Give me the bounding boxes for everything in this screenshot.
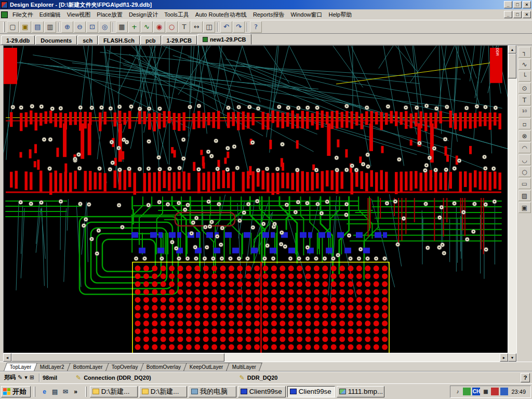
quick-launch-grip[interactable] <box>34 387 35 397</box>
menu-window[interactable]: Window窗口 <box>287 10 325 20</box>
tab-sch[interactable]: sch <box>77 35 98 45</box>
layer-tab-topoverlay[interactable]: TopOverlay <box>105 363 144 371</box>
status-help-button[interactable]: ? <box>521 373 530 382</box>
scroll-left-icon[interactable]: ◄ <box>3 353 11 362</box>
open-icon[interactable]: ▣ <box>19 21 31 33</box>
pcb-canvas[interactable]: DDR <box>4 46 508 353</box>
menu-place[interactable]: Place放置 <box>94 10 126 20</box>
string-icon[interactable]: T <box>178 21 190 33</box>
horizontal-scrollbar[interactable]: ◄ ► <box>3 353 508 362</box>
scroll-right-icon[interactable]: ► <box>500 353 508 362</box>
select-icon[interactable]: ▦ <box>116 21 128 33</box>
component-icon[interactable]: ◫ <box>203 21 215 33</box>
vertical-scrollbar[interactable]: ▲ ▼ <box>508 45 516 362</box>
layer-tab-bottomlayer[interactable]: BottomLayer <box>67 363 109 371</box>
menu-help[interactable]: Help帮助 <box>326 10 355 20</box>
dimension-place-icon[interactable]: ¹⁰ <box>518 107 531 117</box>
more-icon[interactable]: » <box>71 387 81 396</box>
task-button[interactable]: 1111.bmp... <box>337 386 384 397</box>
polygon-icon[interactable]: ⊗ <box>518 130 531 141</box>
pad-icon[interactable]: ◉ <box>153 21 165 33</box>
full-circle-icon[interactable]: ○ <box>518 166 531 177</box>
redo-icon[interactable]: ↷ <box>233 21 245 33</box>
string-place-icon[interactable]: T <box>518 95 531 105</box>
task-button[interactable]: D:\新建... <box>139 386 187 397</box>
ime-pen-icon[interactable]: ✎ <box>18 374 22 381</box>
tab-1-29-pcb[interactable]: 1-29.PCB <box>162 35 197 45</box>
scheduler-icon[interactable] <box>463 388 471 395</box>
tab-flash-sch[interactable]: FLASH.Sch <box>98 35 140 45</box>
layer-tab-keepoutlayer[interactable]: KeepOutLayer <box>183 363 229 371</box>
split-plane-icon[interactable]: ▨ <box>518 190 531 201</box>
vertical-scroll-track[interactable] <box>508 78 516 353</box>
tab-pcb[interactable]: pcb <box>140 35 161 45</box>
start-button[interactable]: 开始 <box>1 386 31 397</box>
minimize-button[interactable]: _ <box>504 1 512 8</box>
menu-view[interactable]: View视图 <box>64 10 94 20</box>
document-icon[interactable] <box>1 11 8 18</box>
task-button[interactable]: Client99se <box>287 386 335 397</box>
layer-tab-bottomoverlay[interactable]: BottomOverlay <box>140 363 187 371</box>
layer-tab-midlayer2[interactable]: MidLayer2 <box>34 363 71 371</box>
task-button[interactable]: 我的电脑 <box>189 386 236 397</box>
undo-icon[interactable]: ↶ <box>220 21 232 33</box>
arc-edge-icon[interactable]: ◡ <box>518 154 531 165</box>
vertical-scroll-thumb[interactable] <box>508 54 516 78</box>
mail-icon[interactable]: ✉ <box>61 387 70 396</box>
dimension-icon[interactable]: ↔ <box>191 21 203 33</box>
ime-arrow-icon[interactable]: ▾ <box>24 374 28 381</box>
save-icon[interactable]: ▤ <box>32 21 44 33</box>
new-document-icon[interactable]: ▢ <box>7 21 19 33</box>
maximize-button[interactable]: □ <box>513 1 522 8</box>
menu-reports[interactable]: Reports报告 <box>250 10 288 20</box>
fill-icon[interactable]: ▭ <box>518 178 531 189</box>
network-icon[interactable] <box>500 388 508 395</box>
paste-array-icon[interactable]: ▣ <box>518 202 531 213</box>
zoom-out-icon[interactable]: ⊖ <box>74 21 86 33</box>
layer-tab-toplayer[interactable]: TopLayer <box>4 363 37 371</box>
arc-center-icon[interactable]: ◠ <box>518 142 531 153</box>
task-button[interactable]: Client99se <box>238 386 286 397</box>
help-icon[interactable]: ? <box>250 21 262 33</box>
ime-bar[interactable]: 郑码 ✎ ▾ ⊞ <box>2 374 36 381</box>
task-button[interactable]: D:\新建... <box>90 386 138 397</box>
menu-file[interactable]: File文件 <box>9 10 36 20</box>
zoom-in-icon[interactable]: ⊕ <box>61 21 73 33</box>
scroll-up-icon[interactable]: ▲ <box>508 45 516 54</box>
wire-icon[interactable]: ∿ <box>141 21 153 33</box>
menu-design[interactable]: Design设计 <box>126 10 161 20</box>
zoom-window-icon[interactable]: ⊡ <box>86 21 98 33</box>
horizontal-scroll-track[interactable] <box>224 353 500 362</box>
keyboard-icon[interactable]: ▦ <box>482 388 489 395</box>
tab-new1-29-pcb[interactable]: new1-29.PCB <box>197 34 251 45</box>
toolbar-grip[interactable] <box>3 22 5 32</box>
print-icon[interactable]: ▥ <box>44 21 56 33</box>
menu-tools[interactable]: Tools工具 <box>161 10 192 20</box>
scroll-down-icon[interactable]: ▼ <box>508 353 516 362</box>
zoom-all-icon[interactable]: ◎ <box>99 21 111 33</box>
via-icon[interactable]: ○ <box>166 21 178 33</box>
tab-documents[interactable]: Documents <box>35 35 77 45</box>
horizontal-scroll-thumb[interactable] <box>11 353 224 362</box>
interactive-route-icon[interactable]: ┐ <box>518 47 531 58</box>
coordinate-icon[interactable]: ▫ <box>518 118 531 129</box>
antivirus-icon[interactable] <box>491 388 499 395</box>
pad-place-icon[interactable]: ⊙ <box>518 83 531 94</box>
move-icon[interactable]: + <box>128 21 140 33</box>
menu-edit[interactable]: Edit编辑 <box>36 10 64 20</box>
corner-icon[interactable]: └ <box>518 71 531 82</box>
ime-softkeyboard-icon[interactable]: ⊞ <box>30 374 34 381</box>
tab-1-29-ddb[interactable]: 1-29.ddb <box>1 35 35 45</box>
menu-autoroute[interactable]: Auto Route自动布线 <box>192 10 250 20</box>
mdi-restore-button[interactable]: □ <box>513 11 522 18</box>
mdi-minimize-button[interactable]: _ <box>504 11 512 18</box>
layer-tab-multilayer[interactable]: MultiLayer <box>226 363 262 371</box>
show-desktop-icon[interactable]: ▤ <box>50 387 60 396</box>
track-icon[interactable]: ∿ <box>518 59 531 70</box>
close-button[interactable]: × <box>523 1 531 8</box>
volume-icon[interactable]: ♪ <box>454 388 461 395</box>
mdi-close-button[interactable]: × <box>523 11 531 18</box>
task-area-grip[interactable] <box>85 387 87 397</box>
ie-icon[interactable]: e <box>40 387 49 396</box>
language-ch-icon[interactable]: CH <box>472 388 480 395</box>
